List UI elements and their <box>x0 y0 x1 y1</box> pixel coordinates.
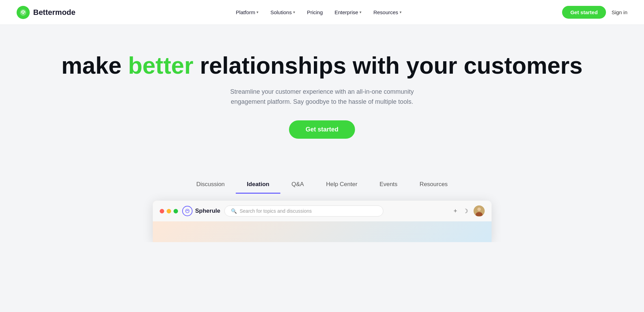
tab-resources[interactable]: Resources <box>409 176 459 194</box>
logo[interactable]: Bettermode <box>17 6 75 19</box>
browser-minimize-dot <box>167 209 171 213</box>
browser-close-dot <box>160 209 164 213</box>
tabs-section: Discussion Ideation Q&A Help Center Even… <box>0 159 644 194</box>
tab-qa[interactable]: Q&A <box>280 176 315 194</box>
brand-name: Spherule <box>195 208 221 214</box>
nav-sign-in-button[interactable]: Sign in <box>612 9 627 15</box>
svg-point-3 <box>477 208 481 211</box>
browser-dots <box>160 209 178 213</box>
tab-ideation[interactable]: Ideation <box>236 176 280 194</box>
brand-logo: Spherule <box>182 206 221 216</box>
nav-solutions[interactable]: Solutions ▾ <box>265 7 300 18</box>
search-bar[interactable]: 🔍 Search for topics and discussions <box>224 205 383 217</box>
nav-platform[interactable]: Platform ▾ <box>231 7 263 18</box>
brand-logo-icon <box>182 206 193 216</box>
hero-title: make better relationships with your cust… <box>14 53 630 79</box>
nav-actions: Get started Sign in <box>562 6 627 19</box>
browser-topbar: Spherule 🔍 Search for topics and discuss… <box>153 201 492 221</box>
tab-discussion[interactable]: Discussion <box>185 176 236 194</box>
chevron-down-icon: ▾ <box>360 10 362 15</box>
browser-actions: + ☽ <box>454 205 485 217</box>
chevron-down-icon: ▾ <box>293 10 295 15</box>
browser-content <box>153 221 492 242</box>
tab-help-center[interactable]: Help Center <box>315 176 368 194</box>
logo-text: Bettermode <box>33 8 75 17</box>
moon-icon[interactable]: ☽ <box>463 208 468 215</box>
nav-links: Platform ▾ Solutions ▾ Pricing Enterpris… <box>231 7 407 18</box>
nav-pricing[interactable]: Pricing <box>302 7 328 18</box>
nav-resources[interactable]: Resources ▾ <box>368 7 407 18</box>
hero-subtitle: Streamline your customer experience with… <box>225 87 419 107</box>
browser-section: Spherule 🔍 Search for topics and discuss… <box>0 194 644 242</box>
logo-icon <box>17 6 30 19</box>
avatar <box>474 205 485 217</box>
svg-point-1 <box>22 12 24 14</box>
nav-get-started-button[interactable]: Get started <box>562 6 606 19</box>
tabs-row: Discussion Ideation Q&A Help Center Even… <box>14 176 630 194</box>
hero-get-started-button[interactable]: Get started <box>289 120 355 139</box>
add-icon[interactable]: + <box>454 208 457 215</box>
browser-maximize-dot <box>174 209 178 213</box>
search-icon: 🔍 <box>231 208 237 214</box>
navbar: Bettermode Platform ▾ Solutions ▾ Pricin… <box>0 0 644 25</box>
search-placeholder-text: Search for topics and discussions <box>240 208 312 214</box>
avatar-image <box>474 205 485 217</box>
hero-section: make better relationships with your cust… <box>0 25 644 159</box>
chevron-down-icon: ▾ <box>256 10 259 15</box>
browser-window: Spherule 🔍 Search for topics and discuss… <box>153 201 492 242</box>
nav-enterprise[interactable]: Enterprise ▾ <box>330 7 366 18</box>
tab-events[interactable]: Events <box>368 176 409 194</box>
chevron-down-icon: ▾ <box>400 10 402 15</box>
